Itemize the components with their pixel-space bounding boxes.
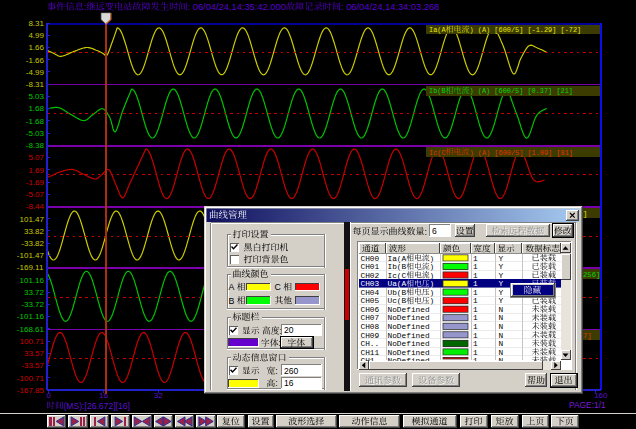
svg-text:-100.71: -100.71	[17, 374, 45, 383]
svg-text:CH02: CH02	[361, 272, 380, 280]
svg-text:CH00: CH00	[361, 255, 380, 263]
svg-text:1: 1	[473, 263, 478, 271]
svg-text:33.72: 33.72	[24, 288, 45, 297]
svg-text:CH06: CH06	[361, 306, 380, 314]
svg-text:): )	[430, 263, 435, 271]
svg-text:256]: 256]	[583, 271, 600, 279]
svg-text:-5.07: -5.07	[26, 190, 45, 199]
svg-text:33.82: 33.82	[24, 227, 45, 236]
svg-text:7]: 7]	[583, 332, 592, 340]
svg-text:-8.44: -8.44	[26, 202, 45, 211]
svg-text:1: 1	[473, 340, 478, 348]
svg-text:) (A) [600/5] [1.09] [81]: ) (A) [600/5] [1.09] [81]	[470, 149, 573, 157]
svg-text:N: N	[499, 332, 504, 340]
svg-text:16: 16	[284, 378, 294, 388]
svg-text:-169.11: -169.11	[17, 263, 44, 272]
svg-text:PAGE:1/1: PAGE:1/1	[569, 400, 606, 410]
svg-text:): )	[430, 255, 435, 263]
svg-text:CH08: CH08	[361, 323, 380, 331]
svg-text:8.31: 8.31	[28, 19, 44, 28]
svg-text:1: 1	[473, 332, 478, 340]
svg-text:(MS):[26.672][16]: (MS):[26.672][16]	[64, 401, 130, 411]
svg-text:CH05: CH05	[361, 297, 380, 305]
svg-text:NoDefined: NoDefined	[388, 332, 430, 340]
svg-text:N: N	[499, 323, 504, 331]
svg-text:): )	[430, 272, 435, 280]
svg-text:4.99: 4.99	[28, 31, 44, 40]
svg-text:]: ]	[583, 210, 587, 218]
svg-text:: 06/04/24,14:35:42.000: : 06/04/24,14:35:42.000	[188, 2, 286, 12]
svg-text:Ic(C: Ic(C	[429, 149, 446, 157]
svg-text:): )	[430, 289, 435, 297]
svg-text:Y: Y	[499, 263, 504, 271]
svg-text:20: 20	[284, 325, 294, 335]
svg-text:1: 1	[473, 314, 478, 322]
svg-text:): )	[430, 280, 435, 288]
svg-text:Ia(A: Ia(A	[388, 255, 407, 263]
svg-text::: :	[275, 378, 277, 388]
svg-text:1: 1	[473, 297, 478, 305]
svg-text:Ic(C: Ic(C	[388, 272, 407, 280]
svg-text:Ib(B: Ib(B	[388, 263, 407, 271]
svg-text:-1.66: -1.66	[26, 56, 45, 65]
svg-text:N: N	[499, 340, 504, 348]
svg-text:32: 32	[154, 391, 163, 400]
svg-text:260: 260	[284, 366, 298, 376]
svg-text:C: C	[275, 282, 284, 292]
svg-text:-101.16: -101.16	[17, 312, 45, 321]
svg-text:101.47: 101.47	[20, 215, 45, 224]
svg-text:Ub(B: Ub(B	[388, 289, 407, 297]
svg-text:N: N	[499, 349, 504, 357]
svg-text:CH04: CH04	[361, 289, 380, 297]
svg-text:Y: Y	[499, 255, 504, 263]
svg-text:1: 1	[473, 280, 478, 288]
svg-text:NoDefined: NoDefined	[388, 314, 430, 322]
svg-text:CH11: CH11	[361, 349, 380, 357]
svg-text:1.68: 1.68	[28, 104, 44, 113]
svg-text:-8.38: -8.38	[26, 141, 45, 150]
svg-text:N: N	[499, 306, 504, 314]
svg-text:CH07: CH07	[361, 314, 380, 322]
svg-text:) (A) [600/5] [0.37] [21]: ) (A) [600/5] [0.37] [21]	[470, 87, 573, 95]
svg-text:Ua(A: Ua(A	[388, 280, 407, 288]
svg-text:100.71: 100.71	[20, 337, 45, 346]
svg-text:Y: Y	[499, 289, 504, 297]
svg-text::: :	[425, 227, 430, 237]
svg-text:1.66: 1.66	[28, 43, 44, 52]
svg-text:33.57: 33.57	[24, 349, 45, 358]
svg-text:-33.72: -33.72	[21, 300, 44, 309]
svg-text:1: 1	[473, 272, 478, 280]
svg-text:16: 16	[99, 391, 108, 400]
svg-text:Y: Y	[499, 272, 504, 280]
svg-text:-5.03: -5.03	[26, 129, 45, 138]
svg-text:-33.57: -33.57	[21, 361, 44, 370]
svg-text:NoDefined: NoDefined	[388, 340, 430, 348]
svg-text:1.69: 1.69	[28, 166, 44, 175]
svg-text:Uc(B: Uc(B	[388, 297, 407, 305]
svg-text:Y: Y	[499, 297, 504, 305]
svg-text:-167.85: -167.85	[17, 386, 45, 395]
svg-text:NoDefined: NoDefined	[388, 306, 430, 314]
svg-text:B: B	[229, 296, 237, 306]
svg-text:A: A	[229, 282, 237, 292]
svg-text:101.16: 101.16	[20, 276, 45, 285]
svg-text::: :	[84, 2, 87, 12]
svg-text:): )	[430, 297, 435, 305]
svg-text:1: 1	[473, 306, 478, 314]
svg-text:1: 1	[473, 255, 478, 263]
svg-text:Y: Y	[499, 280, 504, 288]
svg-text:) (A) [600/5] [-1.29] [-72]: ) (A) [600/5] [-1.29] [-72]	[470, 26, 582, 34]
svg-text:1: 1	[473, 323, 478, 331]
svg-text:CH03: CH03	[361, 280, 380, 288]
svg-text:6: 6	[432, 226, 437, 236]
svg-text:-4.99: -4.99	[26, 68, 45, 77]
svg-text:5.07: 5.07	[28, 153, 44, 162]
svg-text:-1.68: -1.68	[26, 117, 45, 126]
svg-text:NoDefined: NoDefined	[388, 323, 430, 331]
svg-text:CH09: CH09	[361, 332, 380, 340]
svg-text:1: 1	[473, 349, 478, 357]
svg-text:CH01: CH01	[361, 263, 380, 271]
svg-text::: :	[275, 366, 277, 376]
svg-text:-1.69: -1.69	[26, 178, 45, 187]
svg-text:0: 0	[47, 391, 52, 400]
